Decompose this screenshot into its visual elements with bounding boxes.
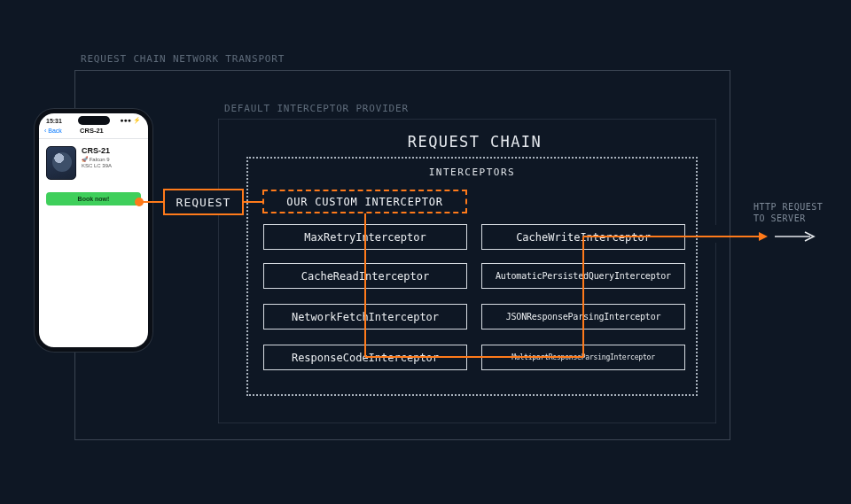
interceptor-box: MultipartResponseParsingInterceptor xyxy=(481,345,685,370)
interceptors-title: INTERCEPTORS xyxy=(246,167,698,178)
mission-patch-icon xyxy=(46,146,76,180)
chain-title: REQUEST CHAIN xyxy=(246,133,703,151)
interceptor-box: ResponseCodeInterceptor xyxy=(263,345,467,370)
transport-label: REQUEST CHAIN NETWORK TRANSPORT xyxy=(81,53,285,65)
interceptor-box: NetworkFetchInterceptor xyxy=(263,304,467,330)
svg-marker-14 xyxy=(759,232,768,241)
rocket-line: 🚀 Falcon 9 xyxy=(82,156,112,162)
phone-nav: ‹ Back CRS-21 xyxy=(39,125,148,139)
phone-title: CRS-21 xyxy=(80,127,104,135)
pad-line: KSC LC 39A xyxy=(82,163,112,168)
interceptor-box: CacheReadInterceptor xyxy=(263,263,467,289)
phone-back-label: Back xyxy=(48,128,62,134)
phone-notch xyxy=(78,116,110,125)
interceptor-box: MaxRetryInterceptor xyxy=(263,224,467,250)
request-box: REQUEST xyxy=(163,189,244,215)
phone-back[interactable]: ‹ Back xyxy=(44,128,62,134)
phone-content: CRS-21 🚀 Falcon 9 KSC LC 39A xyxy=(39,139,148,187)
custom-interceptor-box: OUR CUSTOM INTERCEPTOR xyxy=(262,190,467,213)
interceptor-box: JSONResponseParsingInterceptor xyxy=(481,304,685,330)
http-label-line1: HTTP REQUEST xyxy=(753,202,823,212)
mission-name: CRS-21 xyxy=(82,146,112,155)
interceptor-box: AutomaticPersistedQueryInterceptor xyxy=(481,263,685,289)
provider-label: DEFAULT INTERCEPTOR PROVIDER xyxy=(224,103,409,114)
interceptor-box: CacheWriteInterceptor xyxy=(481,224,685,250)
phone-mock: 15:31 ●●● ⚡ ‹ Back CRS-21 CRS-21 🚀 Falco… xyxy=(35,109,152,352)
phone-status-icons: ●●● ⚡ xyxy=(120,117,141,124)
http-label-line2: TO SERVER xyxy=(753,213,806,223)
phone-time: 15:31 xyxy=(46,118,62,124)
http-label: HTTP REQUEST TO SERVER xyxy=(753,201,823,224)
phone-info: CRS-21 🚀 Falcon 9 KSC LC 39A xyxy=(82,146,112,180)
book-button[interactable]: Book now! xyxy=(46,192,141,205)
arrow-white-icon xyxy=(775,231,817,242)
